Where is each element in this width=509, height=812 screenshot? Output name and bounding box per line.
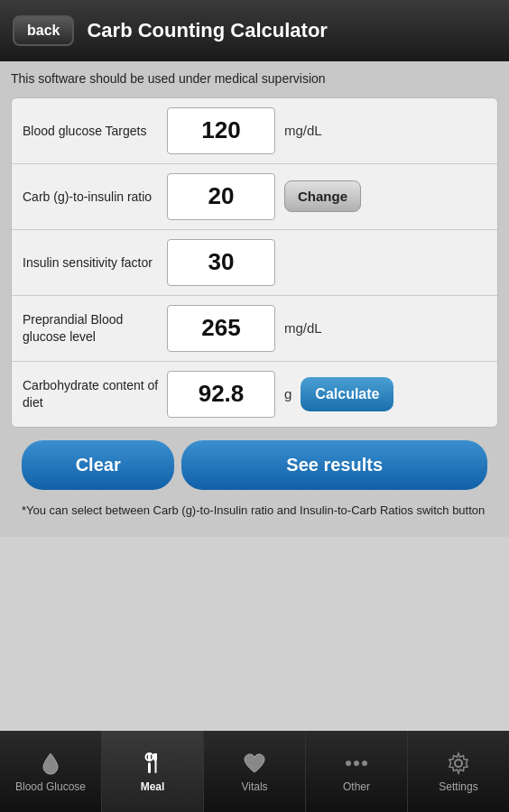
preprandial-blood-glucose-unit: mg/dL <box>284 320 322 336</box>
drop-icon <box>37 750 64 777</box>
blood-glucose-targets-label: Blood glucose Targets <box>23 123 167 139</box>
page-title: Carb Counting Calculator <box>87 19 327 42</box>
bottom-nav: Blood Glucose Meal Vitals Other <box>0 731 509 812</box>
blood-glucose-targets-unit: mg/dL <box>284 123 322 138</box>
app-header: back Carb Counting Calculator <box>0 0 509 61</box>
svg-point-7 <box>455 760 462 767</box>
nav-label-settings: Settings <box>439 780 477 793</box>
preprandial-blood-glucose-row: Preprandial Blood glucose level mg/dL <box>12 296 497 362</box>
disclaimer-text: This software should be used under medic… <box>11 70 498 88</box>
calculate-button[interactable]: Calculate <box>301 377 393 411</box>
insulin-sensitivity-label: Insulin sensitivity factor <box>23 254 167 271</box>
gear-icon <box>445 750 472 777</box>
carb-insulin-ratio-input[interactable] <box>167 173 275 220</box>
blood-glucose-targets-row: Blood glucose Targets mg/dL <box>12 98 497 164</box>
carb-insulin-ratio-label: Carb (g)-to-insulin ratio <box>23 189 167 205</box>
dots-icon <box>343 750 370 777</box>
carbohydrate-content-input[interactable] <box>167 371 275 418</box>
nav-label-other: Other <box>343 780 370 793</box>
nav-label-blood-glucose: Blood Glucose <box>15 780 86 793</box>
insulin-sensitivity-input[interactable] <box>167 239 275 286</box>
nav-item-other[interactable]: Other <box>306 731 408 812</box>
nav-item-meal[interactable]: Meal <box>102 731 204 812</box>
svg-point-6 <box>362 761 367 766</box>
svg-point-5 <box>354 761 359 766</box>
insulin-sensitivity-row: Insulin sensitivity factor <box>12 230 497 296</box>
see-results-button[interactable]: See results <box>181 440 487 490</box>
svg-rect-1 <box>148 762 151 773</box>
clear-button[interactable]: Clear <box>22 440 174 490</box>
nav-label-meal: Meal <box>141 780 165 793</box>
svg-point-4 <box>346 761 351 766</box>
preprandial-blood-glucose-input[interactable] <box>167 305 275 352</box>
action-row: Clear See results <box>11 428 498 503</box>
nav-item-blood-glucose[interactable]: Blood Glucose <box>0 731 102 812</box>
fork-knife-icon <box>139 750 166 777</box>
change-button[interactable]: Change <box>284 180 361 212</box>
heart-icon <box>241 750 268 777</box>
calculator-card: Blood glucose Targets mg/dL Carb (g)-to-… <box>11 97 498 428</box>
nav-item-settings[interactable]: Settings <box>408 731 509 812</box>
carbohydrate-content-row: Carbohydrate content of diet g Calculate <box>12 362 497 427</box>
note-text: *You can select between Carb (g)-to-Insu… <box>11 503 498 528</box>
blood-glucose-targets-input[interactable] <box>167 107 275 154</box>
svg-rect-2 <box>155 759 157 773</box>
preprandial-blood-glucose-label: Preprandial Blood glucose level <box>23 311 167 344</box>
back-button[interactable]: back <box>13 15 74 46</box>
carbohydrate-content-unit: g <box>284 386 292 401</box>
nav-label-vitals: Vitals <box>241 780 267 793</box>
main-content: This software should be used under medic… <box>0 61 509 537</box>
carbohydrate-content-label: Carbohydrate content of diet <box>23 377 167 410</box>
svg-rect-0 <box>148 753 151 761</box>
nav-item-vitals[interactable]: Vitals <box>204 731 306 812</box>
carb-insulin-ratio-row: Carb (g)-to-insulin ratio Change <box>12 164 497 230</box>
